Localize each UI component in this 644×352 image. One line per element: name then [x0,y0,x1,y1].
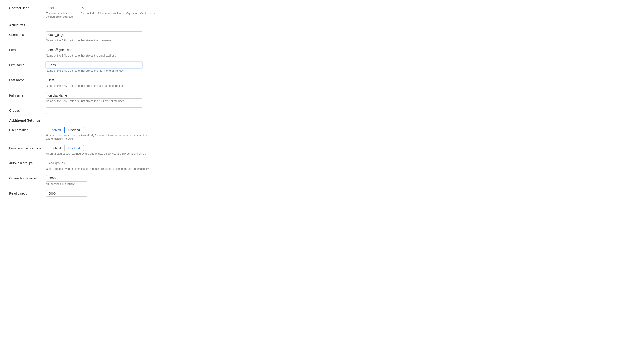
auto-join-groups-content: Users created by the authentication modu… [46,160,161,170]
user-creation-toggle-group: Enabled Disabled [46,127,161,133]
connection-timeout-content: Milliseconds, 0 if infinite [46,175,161,186]
first-name-label: First name [9,62,46,67]
contact-user-content: rootadminuser1 The user who is responsib… [46,5,161,18]
username-content: Name of the SAML attribute that stores t… [46,32,161,42]
full-name-content: Name of the SAML attribute that stores t… [46,92,161,103]
contact-user-label: Contact user [9,5,46,10]
email-auto-verification-content: Enabled Disabled All email addresses ret… [46,145,161,155]
connection-timeout-input[interactable] [46,175,87,182]
last-name-hint: Name of the SAML attribute that stores t… [46,84,161,88]
email-hint: Name of the SAML attribute that stores t… [46,54,161,57]
email-input[interactable] [46,47,142,53]
groups-row: Groups [9,107,635,114]
username-row: Username Name of the SAML attribute that… [9,32,635,42]
full-name-input[interactable] [46,92,142,99]
email-auto-verification-toggle-group: Enabled Disabled [46,145,161,151]
email-auto-verification-row: Email auto-verification Enabled Disabled… [9,145,635,155]
first-name-row: First name Name of the SAML attribute th… [9,62,635,72]
user-creation-row: User creation Enabled Disabled Hub accou… [9,127,635,140]
groups-content [46,107,161,114]
user-creation-hint: Hub accounts are created automatically f… [46,134,161,140]
full-name-hint: Name of the SAML attribute that stores t… [46,99,161,103]
full-name-row: Full name Name of the SAML attribute tha… [9,92,635,103]
connection-timeout-hint: Milliseconds, 0 if infinite [46,183,161,186]
username-input[interactable] [46,32,142,38]
last-name-input[interactable] [46,77,142,83]
username-hint: Name of the SAML attribute that stores t… [46,39,161,42]
email-label: Email [9,47,46,52]
contact-user-select[interactable]: rootadminuser1 [46,5,87,11]
first-name-hint: Name of the SAML attribute that stores t… [46,69,161,72]
email-auto-verification-hint: All email addresses returned by the auth… [46,152,161,155]
user-creation-enabled-button[interactable]: Enabled [46,127,65,133]
groups-label: Groups [9,107,46,112]
first-name-content: Name of the SAML attribute that stores t… [46,62,161,72]
connection-timeout-label: Connection timeout [9,175,46,180]
attributes-heading: Attributes [9,23,635,27]
auto-join-groups-row: Auto-join groups Users created by the au… [9,160,635,170]
last-name-row: Last name Name of the SAML attribute tha… [9,77,635,88]
email-content: Name of the SAML attribute that stores t… [46,47,161,57]
read-timeout-content [46,190,161,197]
groups-input[interactable] [46,107,142,114]
additional-settings-heading: Additional Settings [9,118,635,122]
read-timeout-label: Read timeout [9,190,46,195]
read-timeout-row: Read timeout [9,190,635,197]
contact-user-hint: The user who is responsible for the SAML… [46,12,161,18]
auto-join-groups-input[interactable] [46,160,142,166]
last-name-content: Name of the SAML attribute that stores t… [46,77,161,88]
contact-user-row: Contact user rootadminuser1 The user who… [9,5,635,18]
user-creation-content: Enabled Disabled Hub accounts are create… [46,127,161,140]
auto-join-groups-hint: Users created by the authentication modu… [46,167,161,170]
full-name-label: Full name [9,92,46,97]
read-timeout-input[interactable] [46,190,87,197]
last-name-label: Last name [9,77,46,82]
email-row: Email Name of the SAML attribute that st… [9,47,635,57]
first-name-input[interactable] [46,62,142,68]
user-creation-label: User creation [9,127,46,132]
email-auto-verification-enabled-button[interactable]: Enabled [46,145,65,151]
user-creation-disabled-button[interactable]: Disabled [65,127,84,133]
auto-join-groups-label: Auto-join groups [9,160,46,165]
email-auto-verification-label: Email auto-verification [9,145,46,150]
email-auto-verification-disabled-button[interactable]: Disabled [65,145,84,151]
username-label: Username [9,32,46,37]
connection-timeout-row: Connection timeout Milliseconds, 0 if in… [9,175,635,186]
